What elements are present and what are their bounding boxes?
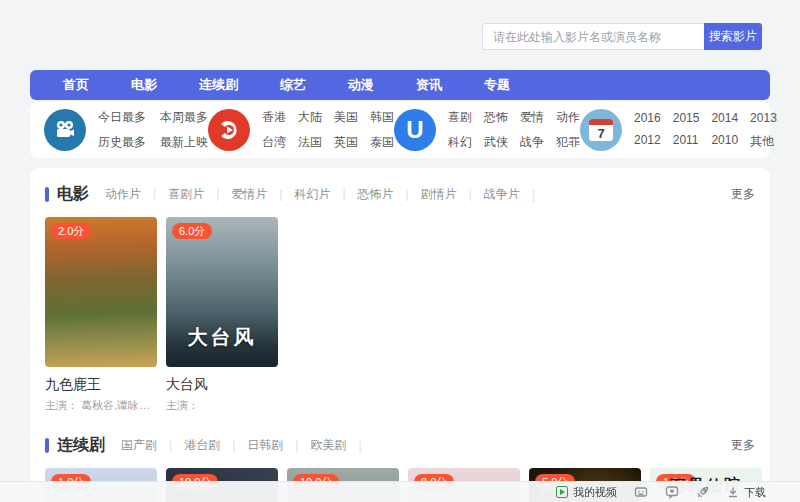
- filter-group-region: 香港 大陆 美国 韩国 台湾 法国 英国 泰国: [208, 109, 394, 151]
- movie-poster[interactable]: 6.0分 大台风: [166, 217, 278, 367]
- series-tab-jpkr[interactable]: 日韩剧: [220, 437, 283, 454]
- play-icon: [556, 486, 568, 498]
- rank-link[interactable]: 最新上映: [160, 134, 208, 151]
- heart-bubble-icon[interactable]: [665, 485, 679, 499]
- movie-card[interactable]: 2.0分 九色鹿王 主演： 葛秋谷,谭咏雯,徐...: [45, 217, 157, 413]
- series-tabs: 国产剧 港台剧 日韩剧 欧美剧: [121, 437, 374, 454]
- series-tab-domestic[interactable]: 国产剧: [121, 437, 157, 454]
- series-section-title: 连续剧: [57, 435, 105, 456]
- region-link[interactable]: 英国: [334, 134, 358, 151]
- content-panel: 电影 动作片 喜剧片 爱情片 科幻片 恐怖片 剧情片 战争片 更多 2.0分 九…: [30, 168, 770, 492]
- calendar-day: 7: [597, 126, 604, 141]
- year-link[interactable]: 2013: [750, 111, 777, 125]
- year-link[interactable]: 2014: [711, 111, 738, 125]
- region-link[interactable]: 大陆: [298, 109, 322, 126]
- genre-link[interactable]: 战争: [520, 134, 544, 151]
- filter-group-genre: U 喜剧 恐怖 爱情 动作 科幻 武侠 战争 犯罪: [394, 109, 580, 151]
- region-link[interactable]: 泰国: [370, 134, 394, 151]
- year-link[interactable]: 2010: [711, 133, 738, 150]
- year-link[interactable]: 2015: [673, 111, 700, 125]
- main-nav: 首页 电影 连续剧 综艺 动漫 资讯 专题: [30, 70, 770, 100]
- nav-item-movies[interactable]: 电影: [110, 70, 178, 100]
- u-letter-icon: U: [394, 109, 436, 151]
- region-link[interactable]: 美国: [334, 109, 358, 126]
- movie-cast: 主演： 葛秋谷,谭咏雯,徐...: [45, 398, 157, 413]
- section-accent-bar: [45, 187, 49, 202]
- movie-title[interactable]: 九色鹿王: [45, 376, 157, 394]
- section-accent-bar: [45, 438, 49, 453]
- genre-link[interactable]: 武侠: [484, 134, 508, 151]
- nav-item-variety[interactable]: 综艺: [259, 70, 327, 100]
- series-tab-western[interactable]: 欧美剧: [283, 437, 346, 454]
- poster-title-text: 大台风: [166, 324, 278, 351]
- year-link[interactable]: 2012: [634, 133, 661, 150]
- rocket-icon[interactable]: [696, 485, 710, 499]
- download-button[interactable]: 下载: [727, 485, 766, 500]
- rank-link[interactable]: 今日最多: [98, 109, 146, 126]
- movie-poster[interactable]: 2.0分: [45, 217, 157, 367]
- genre-link[interactable]: 喜剧: [448, 109, 472, 126]
- nav-item-news[interactable]: 资讯: [395, 70, 463, 100]
- rating-badge: 2.0分: [51, 223, 91, 239]
- movies-more-link[interactable]: 更多: [731, 186, 755, 203]
- movies-tab-war[interactable]: 战争片: [457, 186, 520, 203]
- movies-tab-comedy[interactable]: 喜剧片: [141, 186, 204, 203]
- download-icon: [727, 486, 739, 498]
- top-bar: 搜索影片: [0, 0, 800, 70]
- movies-tab-romance[interactable]: 爱情片: [204, 186, 267, 203]
- filter-panel: 今日最多 本周最多 历史最多 最新上映 香港 大陆 美国 韩国 台湾 法国 英国…: [30, 102, 770, 158]
- year-link[interactable]: 2016: [634, 111, 661, 125]
- rank-link[interactable]: 历史最多: [98, 134, 146, 151]
- movies-tab-action[interactable]: 动作片: [105, 186, 141, 203]
- region-link[interactable]: 台湾: [262, 134, 286, 151]
- calendar-icon: 7: [580, 109, 622, 151]
- rating-badge: 6.0分: [172, 223, 212, 239]
- movies-tab-scifi[interactable]: 科幻片: [267, 186, 330, 203]
- movies-tab-horror[interactable]: 恐怖片: [330, 186, 393, 203]
- region-link[interactable]: 香港: [262, 109, 286, 126]
- nav-item-topics[interactable]: 专题: [463, 70, 531, 100]
- series-section-header: 连续剧 国产剧 港台剧 日韩剧 欧美剧 更多: [45, 435, 755, 456]
- nav-item-home[interactable]: 首页: [42, 70, 110, 100]
- movies-card-row: 2.0分 九色鹿王 主演： 葛秋谷,谭咏雯,徐... 6.0分 大台风 大台风 …: [45, 217, 755, 413]
- filter-group-rank: 今日最多 本周最多 历史最多 最新上映: [44, 109, 208, 151]
- movies-section-title: 电影: [57, 184, 89, 205]
- movie-cast: 主演：: [166, 398, 278, 413]
- my-videos-button[interactable]: 我的视频: [556, 485, 617, 500]
- my-videos-label: 我的视频: [573, 485, 617, 500]
- play-circle-icon: [208, 109, 250, 151]
- region-link[interactable]: 韩国: [370, 109, 394, 126]
- genre-link[interactable]: 爱情: [520, 109, 544, 126]
- movies-section-header: 电影 动作片 喜剧片 爱情片 科幻片 恐怖片 剧情片 战争片 更多: [45, 184, 755, 205]
- search-input[interactable]: [482, 23, 704, 50]
- screenshot-icon[interactable]: [634, 485, 648, 499]
- region-link[interactable]: 法国: [298, 134, 322, 151]
- year-link[interactable]: 其他: [750, 133, 777, 150]
- genre-link[interactable]: 犯罪: [556, 134, 580, 151]
- year-link[interactable]: 2011: [673, 133, 700, 150]
- browser-bottom-toolbar: 我的视频 下载: [0, 481, 800, 502]
- projector-icon: [44, 109, 86, 151]
- filter-group-year: 7 2016 2015 2014 2013 2012 2011 2010 其他: [580, 109, 777, 151]
- download-label: 下载: [744, 485, 766, 500]
- movies-tabs: 动作片 喜剧片 爱情片 科幻片 恐怖片 剧情片 战争片: [105, 186, 547, 203]
- genre-link[interactable]: 恐怖: [484, 109, 508, 126]
- search-button[interactable]: 搜索影片: [704, 23, 762, 50]
- nav-item-anime[interactable]: 动漫: [327, 70, 395, 100]
- search-box: 搜索影片: [482, 23, 762, 50]
- series-more-link[interactable]: 更多: [731, 437, 755, 454]
- genre-link[interactable]: 动作: [556, 109, 580, 126]
- series-tab-hktw[interactable]: 港台剧: [157, 437, 220, 454]
- movies-tab-drama[interactable]: 剧情片: [394, 186, 457, 203]
- rank-link[interactable]: 本周最多: [160, 109, 208, 126]
- nav-item-series[interactable]: 连续剧: [178, 70, 259, 100]
- movie-card[interactable]: 6.0分 大台风 大台风 主演：: [166, 217, 278, 413]
- genre-link[interactable]: 科幻: [448, 134, 472, 151]
- movie-title[interactable]: 大台风: [166, 376, 278, 394]
